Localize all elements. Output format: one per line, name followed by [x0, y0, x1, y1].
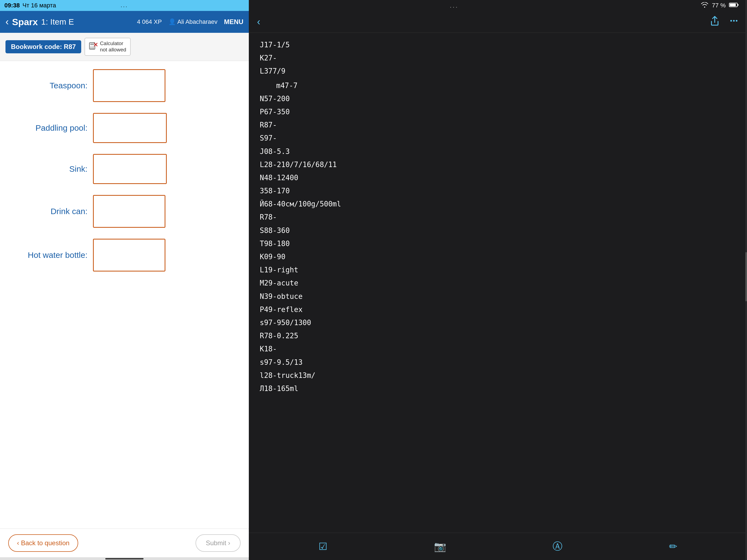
- notes-status-dots: ...: [450, 2, 459, 9]
- status-bar: 09:38 Чт 16 марта ...: [0, 0, 249, 11]
- hot-water-bottle-answer-box[interactable]: [93, 239, 165, 272]
- status-time: 09:38: [4, 2, 20, 9]
- notes-back-button[interactable]: ‹: [257, 16, 260, 28]
- svg-point-2: [91, 47, 91, 48]
- notes-list-item: l28-truck13m/: [260, 369, 736, 382]
- notes-list-item: N48-12400: [260, 171, 736, 184]
- teaspoon-answer-box[interactable]: [93, 69, 165, 102]
- sparx-header: ‹ Sparx 1: Item E 4 064 XP 👤 Ali Abachar…: [0, 11, 249, 33]
- svg-point-7: [93, 48, 94, 49]
- svg-point-6: [92, 48, 93, 49]
- notes-toolbar: ☑📷Ⓐ✏: [249, 533, 747, 560]
- notes-list-item: Л18-165ml: [260, 382, 736, 395]
- notes-list: J17-1/5K27-L377/9m47-7N57-200P67-350R87-…: [260, 38, 736, 395]
- question-row-teaspoon: Teaspoon:: [17, 69, 232, 102]
- at-icon[interactable]: Ⓐ: [552, 540, 562, 553]
- hot-water-bottle-label: Hot water bottle:: [17, 251, 87, 260]
- sparx-item-title: 1: Item E: [41, 17, 137, 27]
- user-icon: 👤: [169, 18, 176, 25]
- sink-label: Sink:: [17, 164, 87, 174]
- notes-list-item: S97-: [260, 131, 736, 145]
- teaspoon-label: Teaspoon:: [17, 81, 87, 90]
- wifi-icon: [700, 2, 709, 9]
- sparx-content: Teaspoon: Paddling pool: Sink: Drink can…: [0, 61, 249, 529]
- notes-list-item: P49-reflex: [260, 303, 736, 316]
- notes-list-item: M29-acute: [260, 276, 736, 289]
- sparx-back-button[interactable]: ‹: [5, 16, 9, 28]
- scroll-thumb: [745, 252, 747, 301]
- battery-icon: [729, 2, 739, 9]
- notes-list-item: K18-: [260, 342, 736, 355]
- bookwork-code: Bookwork code: R87: [5, 40, 81, 53]
- notes-list-item: N57-200: [260, 92, 736, 105]
- notes-list-item: N39-obtuce: [260, 290, 736, 303]
- drink-can-answer-box[interactable]: [93, 195, 165, 228]
- calculator-icon: [89, 42, 98, 51]
- notes-header-icons: [711, 16, 739, 28]
- notes-list-item: L28-210/7/16/68/11: [260, 158, 736, 171]
- scroll-track: [745, 0, 747, 560]
- svg-point-3: [92, 47, 93, 48]
- status-dots: ...: [121, 3, 128, 8]
- sparx-logo: Sparx: [12, 17, 38, 27]
- home-indicator: [0, 557, 249, 560]
- notes-list-item: 358-170: [260, 184, 736, 198]
- notes-list-item: K27-: [260, 51, 736, 65]
- edit-icon[interactable]: ✏: [669, 541, 677, 552]
- notes-list-item: L19-right: [260, 263, 736, 276]
- question-row-paddling-pool: Paddling pool:: [17, 113, 232, 143]
- paddling-pool-label: Paddling pool:: [17, 123, 87, 133]
- notes-list-item: P67-350: [260, 105, 736, 119]
- svg-rect-12: [738, 4, 739, 6]
- svg-point-5: [91, 48, 91, 49]
- notes-list-item: S88-360: [260, 224, 736, 237]
- question-row-sink: Sink:: [17, 154, 232, 184]
- calculator-badge: Calculator not allowed: [84, 38, 130, 56]
- notes-list-item: R78-0.225: [260, 329, 736, 342]
- sparx-menu-button[interactable]: MENU: [224, 18, 243, 26]
- more-options-icon[interactable]: [729, 16, 739, 28]
- paddling-pool-answer-box[interactable]: [93, 113, 167, 143]
- notes-list-item: K09-90: [260, 250, 736, 263]
- notes-list-item: m47-7: [260, 79, 736, 92]
- submit-button[interactable]: Submit ›: [196, 534, 241, 552]
- question-row-hot-water-bottle: Hot water bottle:: [17, 239, 232, 272]
- svg-point-13: [730, 20, 732, 22]
- sparx-username: Ali Abacharaev: [177, 18, 217, 25]
- notes-list-item: s97-950/1300: [260, 316, 736, 329]
- notes-list-item: J17-1/5: [260, 38, 736, 51]
- notes-list-item: L377/9: [260, 65, 736, 78]
- svg-point-4: [93, 47, 94, 48]
- battery-label: 77 %: [712, 2, 726, 9]
- bookwork-bar: Bookwork code: R87 Calculator: [0, 33, 249, 61]
- notes-list-item: s97-9.5/13: [260, 356, 736, 369]
- notes-list-item: J08-5.3: [260, 145, 736, 158]
- notes-list-item: T98-180: [260, 237, 736, 250]
- camera-icon[interactable]: 📷: [434, 541, 446, 552]
- notes-panel: ... 77 % ‹: [249, 0, 747, 560]
- home-bar: [105, 558, 144, 559]
- sparx-panel: 09:38 Чт 16 марта ... ‹ Sparx 1: Item E …: [0, 0, 249, 560]
- sparx-user: 👤 Ali Abacharaev: [169, 18, 217, 25]
- notes-status-icons: 77 %: [700, 2, 739, 9]
- share-icon[interactable]: [711, 16, 719, 28]
- notes-content[interactable]: J17-1/5K27-L377/9m47-7N57-200P67-350R87-…: [249, 33, 747, 533]
- drink-can-label: Drink can:: [17, 207, 87, 216]
- notes-list-item: R78-: [260, 210, 736, 224]
- calculator-not-allowed-text: Calculator not allowed: [100, 41, 126, 53]
- notes-status-bar: ... 77 %: [249, 0, 747, 11]
- sparx-footer: ‹ Back to question Submit ›: [0, 529, 249, 557]
- sink-answer-box[interactable]: [93, 154, 167, 184]
- svg-rect-1: [90, 44, 94, 45]
- svg-point-14: [733, 20, 735, 22]
- notes-list-item: Й68-40см/100g/500ml: [260, 198, 736, 210]
- sparx-xp: 4 064 XP: [137, 18, 162, 25]
- svg-rect-11: [730, 4, 736, 6]
- notes-list-item: R87-: [260, 119, 736, 131]
- svg-point-15: [736, 20, 738, 22]
- checklist-icon[interactable]: ☑: [318, 541, 327, 552]
- question-row-drink-can: Drink can:: [17, 195, 232, 228]
- notes-header: ‹: [249, 11, 747, 33]
- status-date: Чт 16 марта: [22, 2, 56, 9]
- back-to-question-button[interactable]: ‹ Back to question: [8, 534, 78, 552]
